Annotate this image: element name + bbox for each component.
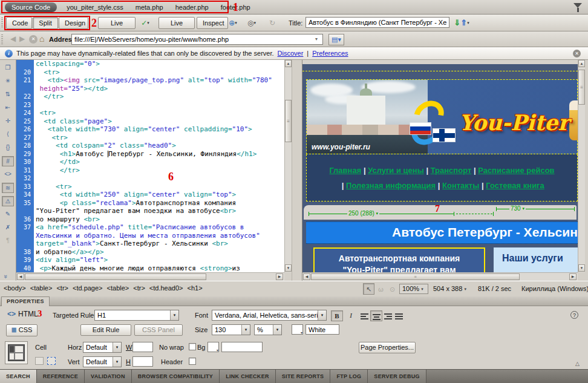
code-line[interactable]: <p class="reclama">Автотранспортная комп…: [34, 199, 236, 208]
code-line[interactable]: <td class="page">: [34, 117, 112, 126]
code-vertical-scrollbar[interactable]: ▲ ≡ ▼: [284, 60, 292, 272]
code-horizontal-scrollbar[interactable]: ◀ ▶: [16, 272, 284, 281]
code-line[interactable]: по маршруту <br>: [34, 215, 100, 224]
results-tab-reference[interactable]: REFERENCE: [37, 370, 85, 383]
scroll-left-icon[interactable]: ◀: [303, 273, 310, 280]
toolbar-grip[interactable]: [1, 34, 3, 45]
code-line[interactable]: </td>: [34, 158, 80, 166]
code-line[interactable]: "You-Piter" предлагает вам поездки на ав…: [34, 207, 236, 215]
address-dropdown-icon[interactable]: ▾: [315, 36, 318, 42]
dropdown-arrow-icon[interactable]: ▾: [170, 310, 178, 320]
horz-select[interactable]: Default▾: [83, 342, 122, 353]
design-scrollbar-thumb[interactable]: ≡: [578, 70, 585, 105]
code-line[interactable]: [34, 174, 36, 183]
related-files-list-view-button[interactable]: ▤▾: [328, 34, 344, 45]
discover-link[interactable]: Discover: [278, 50, 304, 57]
code-line[interactable]: <td colspan="2" class="head0">: [34, 142, 176, 150]
tag-selector-item[interactable]: <body>: [4, 284, 26, 292]
bg-color-swatch[interactable]: ▾: [207, 342, 219, 352]
nav-link[interactable]: Главная: [329, 166, 361, 175]
file-transfer-icons[interactable]: ⇓⇑▾: [451, 17, 472, 29]
tag-selector-item[interactable]: <td.page>: [73, 284, 103, 292]
tag-selector-item[interactable]: <table>: [30, 284, 53, 292]
results-tab-ftp-log[interactable]: FTP LOG: [330, 370, 368, 383]
nav-link[interactable]: Гостевая книга: [486, 181, 544, 190]
inspect-button[interactable]: Inspect: [197, 17, 228, 29]
code-line[interactable]: <tr>: [34, 183, 72, 191]
line-numbers-icon[interactable]: #: [2, 156, 14, 166]
code-line[interactable]: <table width="730" align="center" cellpa…: [34, 125, 252, 134]
services-cell[interactable]: Наши услуги: [494, 247, 578, 272]
vert-select[interactable]: Default▾: [83, 356, 122, 367]
page-title-input[interactable]: [305, 17, 449, 28]
code-line[interactable]: [34, 101, 36, 110]
page-heading[interactable]: Автобус Петербург - Хельсинки: [306, 221, 578, 244]
file-management-icon[interactable]: ◎▾: [244, 17, 259, 29]
code-line[interactable]: <tr>: [34, 134, 68, 142]
code-line[interactable]: target="_blank">Санкт-Петербург - Хельси…: [34, 240, 228, 248]
check-browser-compatibility-icon[interactable]: ✓▾: [138, 17, 152, 29]
align-center-button[interactable]: [370, 310, 382, 321]
expand-all-icon[interactable]: ✛: [2, 116, 14, 126]
split-view-divider[interactable]: [292, 60, 302, 281]
split-cell-icon[interactable]: [47, 357, 56, 365]
collapse-panel-icon[interactable]: △: [575, 361, 580, 367]
design-hscrollbar-thumb[interactable]: ≡: [311, 273, 520, 280]
scroll-right-icon[interactable]: ▶: [569, 273, 577, 280]
live-code-button[interactable]: Live Code: [98, 17, 136, 29]
balance-braces-icon[interactable]: {}: [2, 143, 14, 153]
results-tab-validation[interactable]: VALIDATION: [85, 370, 132, 383]
align-right-button[interactable]: [382, 310, 394, 321]
html-mode-button[interactable]: <>HTML: [7, 310, 38, 318]
live-view-button[interactable]: Live View: [158, 17, 195, 29]
code-line[interactable]: Хельсинки и обратно. Цены и места отправ…: [34, 232, 260, 240]
highlight-invalid-code-icon[interactable]: <>: [2, 169, 14, 180]
code-line[interactable]: <div align="left">: [34, 256, 108, 264]
dropdown-arrow-icon[interactable]: ▾: [273, 325, 281, 335]
scroll-down-icon[interactable]: ▼: [578, 264, 585, 272]
code-line[interactable]: </tr>: [34, 93, 64, 101]
page-properties-button[interactable]: Page Properties...: [359, 342, 416, 353]
align-justify-button[interactable]: [393, 310, 405, 321]
address-input[interactable]: [71, 34, 323, 45]
promo-cell[interactable]: Автотранспортная компания "You-Piter" пр…: [313, 247, 485, 272]
code-scrollbar-thumb[interactable]: ≡: [285, 100, 292, 142]
edit-rule-button[interactable]: Edit Rule: [80, 324, 131, 336]
nav-link[interactable]: Полезная информация: [346, 181, 436, 190]
results-tab-site-reports[interactable]: SITE REPORTS: [276, 370, 331, 383]
nav-link[interactable]: Транспорт: [431, 166, 472, 175]
code-line[interactable]: <a href="schedule.php" title="Расписание…: [34, 223, 244, 232]
italic-button[interactable]: I: [345, 310, 357, 321]
syntax-error-alerts-icon[interactable]: ⚠: [2, 196, 14, 206]
code-navigator-icon[interactable]: ✳: [2, 76, 14, 87]
dropdown-arrow-icon[interactable]: ▾: [318, 310, 326, 320]
css-mode-button[interactable]: ≣CSS: [6, 324, 38, 336]
select-tool-icon[interactable]: ↖: [363, 283, 374, 295]
column-width-menu[interactable]: 250 (288) ▾: [347, 210, 379, 217]
no-wrap-checkbox[interactable]: [189, 343, 196, 350]
scroll-down-icon[interactable]: ▼: [285, 264, 292, 272]
results-tab-browser-compatibility[interactable]: BROWSER COMPATIBILITY: [132, 370, 220, 383]
text-color-input[interactable]: [305, 324, 339, 335]
results-tab-search[interactable]: SEARCH: [0, 370, 37, 383]
nav-link[interactable]: Услуги и цены: [368, 166, 424, 175]
code-line[interactable]: <tr>: [34, 68, 60, 77]
code-line[interactable]: cellspacing="0">: [34, 60, 100, 68]
close-info-bar-icon[interactable]: ✕: [573, 50, 581, 57]
preview-in-browser-icon[interactable]: ⊕▾: [226, 17, 240, 29]
nav-link[interactable]: Расписание рейсов: [478, 166, 554, 175]
header-checkbox[interactable]: [189, 358, 196, 365]
coding-toolbar-overflow-icon[interactable]: »: [2, 275, 10, 278]
window-size-menu[interactable]: 504 x 388 ▾: [433, 285, 466, 292]
dropdown-arrow-icon[interactable]: ▾: [113, 357, 121, 367]
tag-selector-item[interactable]: <h1>: [188, 284, 203, 292]
apply-comment-icon[interactable]: ✎: [2, 209, 14, 220]
bg-color-input[interactable]: [221, 342, 263, 352]
code-line[interactable]: height="25"></td>: [34, 85, 108, 93]
size-select[interactable]: 130▾: [212, 324, 250, 335]
size-unit-select[interactable]: %▾: [254, 324, 282, 335]
collapse-full-tag-icon[interactable]: ⇅: [2, 90, 14, 100]
code-line[interactable]: <td width="250" align="center" valign="t…: [34, 191, 236, 199]
align-left-button[interactable]: [359, 310, 371, 321]
code-line[interactable]: <td><img src="images/page_top.png" alt="…: [34, 76, 272, 85]
